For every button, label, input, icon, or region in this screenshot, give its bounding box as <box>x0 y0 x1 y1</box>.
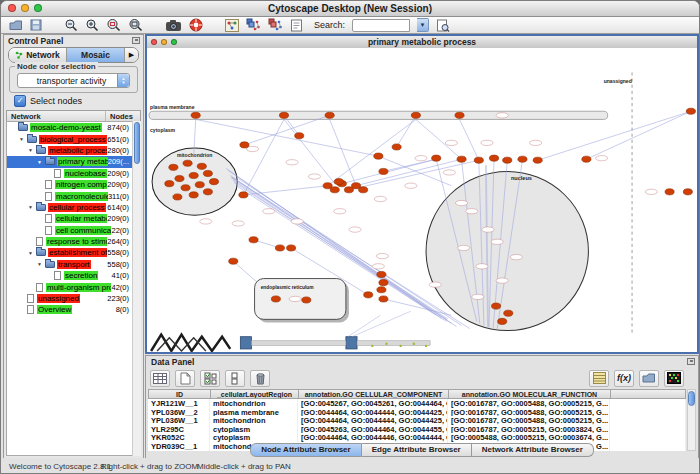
unselect-attributes-icon[interactable] <box>225 370 245 387</box>
help-lifering-icon[interactable] <box>189 18 203 32</box>
network-canvas[interactable]: plasma membranecytoplasmmitochondrionnuc… <box>147 48 697 352</box>
float-data-panel-icon[interactable] <box>687 358 695 365</box>
table-row[interactable]: YJR121W__1mitochondrion[GO:0045267, GO:0… <box>148 399 686 408</box>
expand-arrow-icon[interactable]: ▼ <box>27 147 34 153</box>
open-session-icon[interactable] <box>9 18 23 32</box>
tree-item[interactable]: ▼cellular process614(0) <box>7 202 140 213</box>
select-attributes-icon[interactable] <box>200 370 220 387</box>
tree-item[interactable]: cellular metabo209(0) <box>7 213 140 224</box>
expand-arrow-icon[interactable]: ▼ <box>36 261 43 267</box>
tab-mosaic[interactable]: Mosaic <box>67 48 125 62</box>
tree-item[interactable]: ▼metabolic process280(0) <box>7 145 140 156</box>
column-header[interactable]: ID <box>148 389 210 399</box>
table-scrollbar-thumb[interactable] <box>688 391 695 406</box>
search-dropdown-arrow-icon[interactable]: ▼ <box>417 18 429 32</box>
expand-arrow-icon[interactable]: ▼ <box>18 136 25 142</box>
attribute-panel-icon[interactable] <box>589 370 609 387</box>
search-input[interactable] <box>352 19 410 32</box>
node-label <box>476 264 488 269</box>
tree-item[interactable]: mosaic-demo-yeast874(0) <box>7 122 140 133</box>
minimize-view-icon[interactable] <box>161 39 167 45</box>
function-builder-icon[interactable]: f(x) <box>614 370 634 387</box>
node-label <box>308 174 320 179</box>
new-attribute-icon[interactable] <box>175 370 195 387</box>
tree-item[interactable]: ▼primary metabo209(... <box>7 156 140 167</box>
zoom-in-icon[interactable] <box>85 18 99 32</box>
tree-item[interactable]: secretion41(0) <box>7 270 140 281</box>
attribute-table-icon[interactable] <box>150 370 170 387</box>
edge <box>397 115 416 147</box>
table-cell: mitochondrion <box>210 399 298 408</box>
tree-item[interactable]: macromolecule311(0) <box>7 190 140 201</box>
tree-item[interactable]: ▼biological_process651(0) <box>7 133 140 144</box>
tree-item[interactable]: ▼establishment of lo558(0) <box>7 247 140 258</box>
import-attributes-icon[interactable] <box>639 370 659 387</box>
select-nodes-checkbox[interactable]: ✓ <box>14 95 26 107</box>
tab-overflow-arrow-icon[interactable]: ▶ <box>125 48 138 62</box>
table-row[interactable]: YPL036W__1mitochondrion[GO:0044464, GO:0… <box>148 416 686 425</box>
file-icon <box>36 283 43 292</box>
zoom-fit-icon[interactable] <box>128 18 143 32</box>
gene-node <box>455 112 464 118</box>
region-label: unassigned <box>604 78 632 84</box>
expand-arrow-icon[interactable]: ▼ <box>36 159 43 165</box>
table-row[interactable]: YKR052Ccytoplasm[GO:0044464, GO:0044446,… <box>148 433 686 442</box>
column-header[interactable]: annotation.GO MOLECULAR_FUNCTION <box>448 389 610 399</box>
zoom-view-icon[interactable] <box>171 39 177 45</box>
table-cell: [GO:0016787, GO:0005488, GO:0005215, G..… <box>448 399 610 408</box>
zoom-out-icon[interactable] <box>64 18 78 32</box>
attribute-browser-tabs: Node Attribute BrowserEdge Attribute Bro… <box>146 443 698 457</box>
tree-item[interactable]: ▼transport558(0) <box>7 259 140 270</box>
tab-network[interactable]: Network <box>9 48 67 62</box>
gene-node <box>203 170 212 176</box>
tree-scrollbar-thumb[interactable] <box>134 122 140 164</box>
save-session-icon[interactable] <box>30 18 42 32</box>
float-panel-icon[interactable] <box>132 37 140 44</box>
tab-edge-attribute-browser[interactable]: Edge Attribute Browser <box>362 443 472 457</box>
node-label <box>263 209 275 214</box>
column-header[interactable] <box>610 389 686 399</box>
column-header[interactable]: _cellularLayoutRegion <box>210 389 298 399</box>
gene-node <box>165 181 174 187</box>
minimize-window-icon[interactable] <box>21 4 29 12</box>
tree-item[interactable]: nitrogen compo209(0) <box>7 179 140 190</box>
tree-item[interactable]: multi-organism pro42(0) <box>7 281 140 292</box>
tab-mosaic-label: Mosaic <box>81 50 110 60</box>
tree-header: Network Nodes <box>6 110 141 121</box>
annotation-page-icon[interactable] <box>290 18 303 32</box>
node-label <box>374 196 386 201</box>
gene-node <box>325 112 334 118</box>
network-overview-icon[interactable] <box>225 18 239 32</box>
tree-item[interactable]: cell communicat22(0) <box>7 225 140 236</box>
matrix-view-icon[interactable] <box>664 370 684 387</box>
gene-node <box>432 155 441 161</box>
table-row[interactable]: YPL036W__2plasma membrane[GO:0044464, GO… <box>148 408 686 417</box>
table-row[interactable]: YLR295Ccytoplasm[GO:0045263, GO:0044464,… <box>148 425 686 434</box>
tree-item[interactable]: unassigned223(0) <box>7 293 140 304</box>
tab-network-attribute-browser[interactable]: Network Attribute Browser <box>472 443 594 457</box>
control-panel-header: Control Panel <box>4 35 143 47</box>
zoom-window-icon[interactable] <box>34 4 42 12</box>
tree-item[interactable]: Overview8(0) <box>7 304 140 315</box>
gene-node <box>374 153 383 159</box>
tree-scrollbar[interactable] <box>132 121 141 456</box>
delete-attribute-icon[interactable] <box>250 370 270 387</box>
zoom-selected-icon[interactable] <box>106 18 121 32</box>
node-label <box>530 140 542 145</box>
close-view-icon[interactable] <box>151 39 157 45</box>
expand-arrow-icon[interactable]: ▼ <box>27 204 34 210</box>
snapshot-camera-icon[interactable] <box>165 18 182 32</box>
apply-layout-red-icon[interactable] <box>268 18 283 32</box>
search-network-icon[interactable] <box>436 18 450 32</box>
tab-node-attribute-browser[interactable]: Node Attribute Browser <box>250 443 362 457</box>
node-color-dropdown[interactable]: transporter activity ▲▼ <box>17 73 130 88</box>
network-graph-svg[interactable]: plasma membranecytoplasmmitochondrionnuc… <box>147 48 697 352</box>
gene-node <box>295 133 304 139</box>
close-window-icon[interactable] <box>8 4 16 12</box>
table-scrollbar[interactable] <box>687 389 696 451</box>
tree-item[interactable]: response to stimul264(0) <box>7 236 140 247</box>
apply-layout-blue-icon[interactable] <box>246 18 261 32</box>
expand-arrow-icon[interactable]: ▼ <box>27 250 34 256</box>
column-header[interactable]: annotation.GO CELLULAR_COMPONENT <box>298 389 448 399</box>
tree-item[interactable]: nucleobase-209(0) <box>7 168 140 179</box>
